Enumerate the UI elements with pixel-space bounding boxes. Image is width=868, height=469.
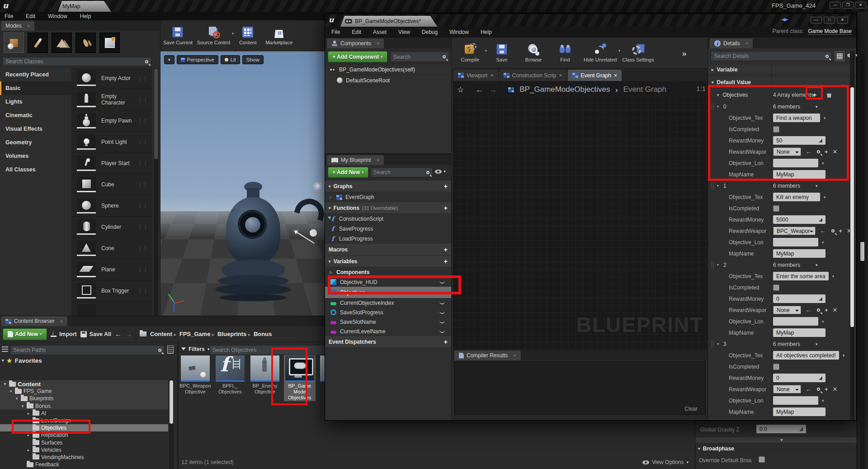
objective-text-input[interactable]: All objectives completed! [773, 351, 839, 360]
menu-item[interactable]: Help [481, 29, 492, 35]
variable-row[interactable]: Objectives [325, 287, 451, 298]
add-function-icon[interactable]: + [444, 205, 448, 211]
menu-item[interactable]: Edit [26, 13, 35, 19]
drag-handle-icon[interactable]: ⋮⋮ [137, 182, 148, 188]
drag-handle-icon[interactable]: ⋮⋮ [137, 224, 148, 230]
my-blueprint-search-input[interactable] [373, 169, 424, 175]
map-name-input[interactable]: MyMap [773, 328, 826, 337]
expand-arrow-icon[interactable] [26, 411, 31, 416]
close-icon[interactable]: × [745, 41, 748, 46]
sources-toggle-icon[interactable] [2, 346, 8, 352]
browse-icon[interactable] [831, 229, 835, 232]
forward-arrow-icon[interactable]: → [489, 85, 497, 95]
toolbar-overflow-chevron[interactable]: » [682, 49, 686, 58]
folder-row[interactable]: AI [0, 410, 168, 417]
modes-scrollbar[interactable] [154, 68, 158, 316]
reward-weapon-dropdown[interactable]: None [773, 306, 801, 314]
class-item[interactable]: Empty Actor ⋮⋮ [71, 68, 152, 89]
array-element-header[interactable]: ▾ 1 6 members ▾ [708, 180, 852, 191]
global-gravity-input[interactable]: 0.0 [756, 425, 806, 433]
sun-sprite-icon[interactable]: ☀ [313, 180, 323, 193]
parent-class-link[interactable]: Game Mode Base [808, 28, 852, 35]
objective-long-input[interactable] [773, 238, 818, 246]
components-tab[interactable]: Components× [327, 38, 384, 48]
browse-icon[interactable] [817, 150, 820, 153]
class-item[interactable]: Empty Pawn ⋮⋮ [71, 110, 152, 132]
expand-arrow-icon[interactable] [3, 382, 7, 386]
reward-money-input[interactable]: 0 [773, 294, 826, 303]
forward-arrow-icon[interactable]: → [125, 330, 132, 338]
is-completed-checkbox[interactable] [773, 126, 779, 133]
category-item[interactable]: Volumes [0, 149, 71, 163]
closed-eye-icon[interactable] [439, 281, 445, 284]
reward-money-input[interactable]: 5000 [773, 215, 826, 224]
browse-icon[interactable] [817, 308, 820, 312]
folder-row[interactable]: VendingMachines [0, 454, 168, 461]
variable-row[interactable]: CurrentObjectiveIndex [325, 298, 451, 308]
document-tab[interactable]: Construction Scrip × [499, 70, 567, 81]
array-element-header[interactable]: ▾ 2 6 members ▾ [708, 259, 852, 270]
objective-text-input[interactable]: Find a weapon [773, 114, 820, 122]
add-graph-icon[interactable]: + [444, 183, 448, 189]
category-item[interactable]: Visual Effects [0, 122, 71, 136]
asset-tile[interactable]: BPFL_ Objectives [214, 355, 246, 401]
my-blueprint-tab[interactable]: My Blueprint× [327, 155, 384, 165]
category-item[interactable]: Recently Placed [0, 68, 71, 81]
class-item[interactable]: Box Trigger ⋮⋮ [71, 280, 152, 302]
close-icon[interactable]: × [559, 72, 562, 79]
toolbar-button[interactable]: Save [489, 43, 515, 62]
toolbar-button[interactable]: Save Current [163, 26, 193, 45]
is-completed-checkbox[interactable] [773, 205, 779, 212]
folder-row[interactable]: Feedback [0, 461, 168, 468]
breadcrumb-item[interactable]: Content ▸ [150, 331, 176, 337]
is-completed-checkbox[interactable] [773, 364, 779, 370]
asset-tile[interactable]: BP_Game Mode Objectives [284, 355, 316, 401]
delete-array-icon[interactable] [826, 92, 832, 98]
folder-row[interactable]: FPS_Game [0, 388, 168, 395]
element-options-dropdown[interactable]: ▾ [816, 184, 818, 188]
drag-handle-icon[interactable] [712, 182, 714, 189]
favorite-star-icon[interactable]: ☆ [457, 85, 464, 95]
graphs-header[interactable]: ▾Graphs+ [325, 180, 451, 192]
maximize-button[interactable]: □ [824, 17, 835, 24]
property-matrix-button[interactable] [835, 51, 844, 61]
objective-text-input[interactable]: Enter the some area [773, 272, 829, 280]
scrollbar-thumb[interactable] [860, 242, 864, 261]
close-icon[interactable]: × [60, 318, 62, 324]
add-icon[interactable]: + [825, 307, 828, 313]
asset-tile[interactable]: BP_Enemy Objective [249, 355, 281, 401]
close-button[interactable]: ✕ [837, 17, 848, 24]
details-tab[interactable]: iDetails× [710, 38, 753, 48]
breadcrumb-item[interactable]: Blueprints ▸ [217, 331, 250, 337]
function-row[interactable]: fLoadProgress [325, 234, 451, 244]
variable-row[interactable]: Objective_HUD [325, 277, 451, 287]
details-scrollbar[interactable] [850, 51, 854, 420]
objective-long-input[interactable] [773, 159, 818, 167]
level-tab[interactable]: MyMap [58, 1, 111, 12]
drag-handle-icon[interactable]: ⋮⋮ [137, 76, 148, 81]
toolbar-button[interactable]: Browse [520, 43, 547, 62]
folder-row[interactable]: Blueprints [0, 395, 168, 402]
toolbar-button[interactable]: Hide Unrelated [584, 43, 617, 62]
expand-arrow-icon[interactable] [20, 404, 25, 408]
class-item[interactable]: Cylinder ⋮⋮ [71, 217, 152, 238]
drag-handle-icon[interactable]: ⋮⋮ [137, 161, 148, 166]
minimize-button[interactable]: — [830, 2, 841, 9]
closed-eye-icon[interactable] [439, 330, 445, 333]
reward-weapon-dropdown[interactable]: None [773, 385, 801, 393]
close-icon[interactable]: × [490, 72, 493, 79]
clear-icon[interactable]: ✕ [833, 386, 838, 392]
category-item[interactable]: Lights [0, 95, 71, 109]
menu-item[interactable]: Help [80, 13, 91, 19]
geometry-mode-icon[interactable] [99, 33, 120, 53]
close-icon[interactable]: × [614, 72, 617, 79]
folder-row[interactable]: Bonus [0, 403, 168, 410]
toolbar-button[interactable]: Source Control [197, 26, 230, 45]
toolbar-button[interactable]: Class Settings [622, 43, 654, 62]
override-broadphase-checkbox[interactable] [759, 456, 765, 463]
add-variable-icon[interactable]: + [444, 258, 448, 265]
modes-tab[interactable]: Modes× [1, 21, 34, 31]
class-item[interactable]: Plane ⋮⋮ [71, 259, 152, 280]
drag-handle-icon[interactable]: ⋮⋮ [137, 246, 148, 251]
component-child-row[interactable]: DefaultSceneRoot [325, 75, 451, 85]
